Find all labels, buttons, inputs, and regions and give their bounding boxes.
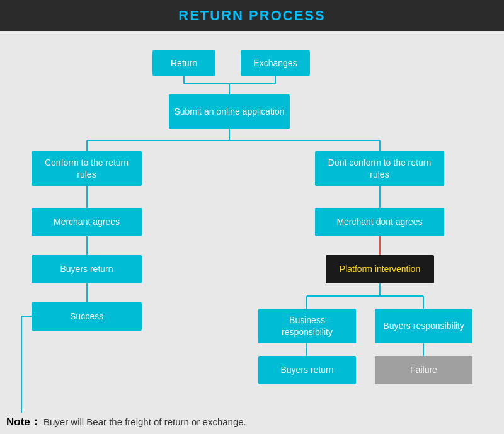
merchant-agrees-box: Merchant agrees xyxy=(32,208,142,236)
buyers-return1-box: Buyers return xyxy=(32,255,142,283)
header: RETURN PROCESS xyxy=(0,0,504,31)
note-label: Note： xyxy=(6,416,41,428)
note-text: Buyer will Bear the freight of return or… xyxy=(43,416,246,427)
biz-resp-box: Business responsibility xyxy=(258,309,356,343)
flowchart: Return Exchanges Submit an online applic… xyxy=(13,41,491,413)
buyers-resp-box: Buyers responsibility xyxy=(375,309,472,343)
note-area: Note： Buyer will Bear the freight of ret… xyxy=(6,414,246,429)
buyers-return2-box: Buyers return xyxy=(258,356,356,384)
exchanges-box: Exchanges xyxy=(241,50,310,76)
conform-box: Conform to the return rules xyxy=(32,151,142,186)
page-title: RETURN PROCESS xyxy=(178,8,325,24)
return-box: Return xyxy=(152,50,215,76)
notconform-box: Dont conform to the return rules xyxy=(315,151,444,186)
platform-box: Platform intervention xyxy=(326,255,434,283)
success-box: Success xyxy=(32,302,142,331)
merchant-dont-box: Merchant dont agrees xyxy=(315,208,444,236)
failure-box: Failure xyxy=(375,356,472,384)
main-content: Return Exchanges Submit an online applic… xyxy=(0,31,504,434)
submit-box: Submit an online application xyxy=(169,94,290,129)
